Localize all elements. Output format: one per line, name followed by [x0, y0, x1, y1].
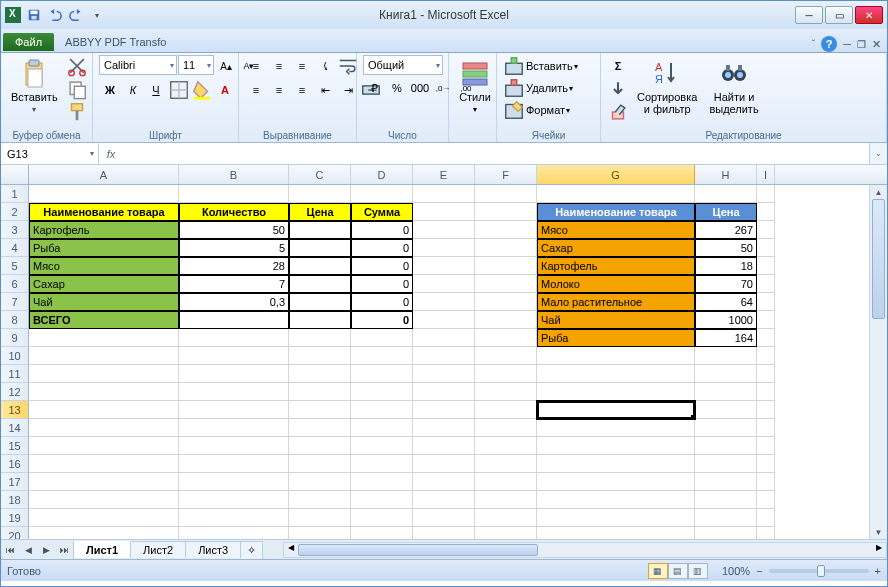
undo-button[interactable]: [46, 6, 64, 24]
zoom-slider-thumb[interactable]: [817, 565, 825, 577]
cell-B1[interactable]: [179, 185, 289, 203]
align-left-button[interactable]: ≡: [245, 79, 267, 101]
sheet-tab-Лист3[interactable]: Лист3: [186, 541, 241, 558]
row-header-13[interactable]: 13: [1, 401, 29, 419]
cell-I16[interactable]: [757, 455, 775, 473]
cell-G14[interactable]: [537, 419, 695, 437]
cell-B8[interactable]: [179, 311, 289, 329]
sheet-tab-Лист1[interactable]: Лист1: [74, 541, 131, 558]
cell-A13[interactable]: [29, 401, 179, 419]
cell-A11[interactable]: [29, 365, 179, 383]
column-header-G[interactable]: G: [537, 165, 695, 184]
sheet-nav-first-icon[interactable]: ⏮: [1, 541, 19, 559]
cell-I13[interactable]: [757, 401, 775, 419]
save-button[interactable]: [25, 6, 43, 24]
view-normal-button[interactable]: ▦: [648, 563, 668, 579]
bold-button[interactable]: Ж: [99, 79, 121, 101]
cell-H8[interactable]: 1000: [695, 311, 757, 329]
cell-C19[interactable]: [289, 509, 351, 527]
cell-G13[interactable]: [537, 401, 695, 419]
cell-D12[interactable]: [351, 383, 413, 401]
cell-I2[interactable]: [757, 203, 775, 221]
cell-F1[interactable]: [475, 185, 537, 203]
font-size-combo[interactable]: 11▾: [178, 55, 214, 75]
cell-D19[interactable]: [351, 509, 413, 527]
cell-B17[interactable]: [179, 473, 289, 491]
cell-D15[interactable]: [351, 437, 413, 455]
cell-D5[interactable]: 0: [351, 257, 413, 275]
cell-C15[interactable]: [289, 437, 351, 455]
cell-F9[interactable]: [475, 329, 537, 347]
cell-G6[interactable]: Молоко: [537, 275, 695, 293]
paste-button[interactable]: Вставить ▾: [7, 55, 62, 116]
cell-H16[interactable]: [695, 455, 757, 473]
minimize-button[interactable]: ─: [795, 6, 823, 24]
increase-font-button[interactable]: A▴: [215, 55, 237, 77]
row-header-15[interactable]: 15: [1, 437, 29, 455]
cell-I9[interactable]: [757, 329, 775, 347]
cell-G3[interactable]: Мясо: [537, 221, 695, 239]
cell-H5[interactable]: 18: [695, 257, 757, 275]
tab-abbyy pdf transfo[interactable]: ABBYY PDF Transfo: [57, 32, 174, 52]
cell-H7[interactable]: 64: [695, 293, 757, 311]
cell-D6[interactable]: 0: [351, 275, 413, 293]
decrease-indent-button[interactable]: ⇤: [314, 79, 336, 101]
cell-C18[interactable]: [289, 491, 351, 509]
cell-G12[interactable]: [537, 383, 695, 401]
cell-D1[interactable]: [351, 185, 413, 203]
fx-button[interactable]: fx: [99, 148, 123, 160]
wrap-text-button[interactable]: [337, 55, 359, 77]
cell-C10[interactable]: [289, 347, 351, 365]
cell-E3[interactable]: [413, 221, 475, 239]
cell-E13[interactable]: [413, 401, 475, 419]
cell-B16[interactable]: [179, 455, 289, 473]
cell-B18[interactable]: [179, 491, 289, 509]
sheet-nav-prev-icon[interactable]: ◀: [19, 541, 37, 559]
column-header-H[interactable]: H: [695, 165, 757, 184]
cell-A15[interactable]: [29, 437, 179, 455]
row-header-2[interactable]: 2: [1, 203, 29, 221]
delete-cells-label[interactable]: Удалить: [526, 82, 568, 94]
cell-C7[interactable]: [289, 293, 351, 311]
sort-filter-button[interactable]: АЯ Сортировка и фильтр: [633, 55, 701, 117]
font-color-button[interactable]: A: [214, 79, 236, 101]
orientation-button[interactable]: ⤹: [314, 55, 336, 77]
cell-A7[interactable]: Чай: [29, 293, 179, 311]
autosum-button[interactable]: Σ: [607, 55, 629, 77]
cell-E4[interactable]: [413, 239, 475, 257]
cell-D11[interactable]: [351, 365, 413, 383]
cell-H18[interactable]: [695, 491, 757, 509]
cell-C13[interactable]: [289, 401, 351, 419]
cell-F20[interactable]: [475, 527, 537, 539]
cell-D13[interactable]: [351, 401, 413, 419]
cell-F18[interactable]: [475, 491, 537, 509]
column-header-E[interactable]: E: [413, 165, 475, 184]
cell-G4[interactable]: Сахар: [537, 239, 695, 257]
cell-G5[interactable]: Картофель: [537, 257, 695, 275]
cell-A16[interactable]: [29, 455, 179, 473]
row-header-7[interactable]: 7: [1, 293, 29, 311]
cell-G1[interactable]: [537, 185, 695, 203]
align-top-button[interactable]: ≡: [245, 55, 267, 77]
cell-F19[interactable]: [475, 509, 537, 527]
name-box[interactable]: G13▾: [1, 143, 99, 164]
cell-A5[interactable]: Мясо: [29, 257, 179, 275]
cell-D14[interactable]: [351, 419, 413, 437]
row-header-9[interactable]: 9: [1, 329, 29, 347]
cell-H2[interactable]: Цена: [695, 203, 757, 221]
cell-D18[interactable]: [351, 491, 413, 509]
cell-A18[interactable]: [29, 491, 179, 509]
ribbon-minimize-icon[interactable]: ˇ: [812, 39, 815, 50]
cell-A1[interactable]: [29, 185, 179, 203]
cell-H19[interactable]: [695, 509, 757, 527]
scroll-right-icon[interactable]: ▶: [872, 543, 886, 557]
cell-C12[interactable]: [289, 383, 351, 401]
align-right-button[interactable]: ≡: [291, 79, 313, 101]
cell-I18[interactable]: [757, 491, 775, 509]
align-middle-button[interactable]: ≡: [268, 55, 290, 77]
cell-E12[interactable]: [413, 383, 475, 401]
cell-B4[interactable]: 5: [179, 239, 289, 257]
column-header-F[interactable]: F: [475, 165, 537, 184]
file-tab[interactable]: Файл: [3, 33, 54, 51]
cell-I17[interactable]: [757, 473, 775, 491]
